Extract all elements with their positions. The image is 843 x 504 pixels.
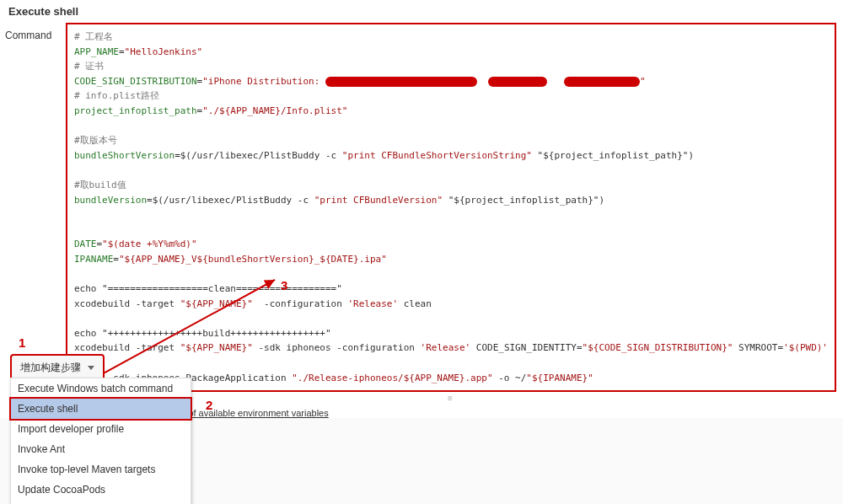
callout-1: 1	[19, 335, 25, 350]
callout-2: 2	[206, 398, 212, 412]
callout-3: 3	[281, 278, 287, 292]
build-step-dropdown[interactable]: Execute Windows batch commandExecute she…	[10, 378, 191, 504]
dropdown-item[interactable]: Invoke Ant	[11, 439, 191, 459]
section-title: Execute shell	[0, 0, 843, 23]
dropdown-item[interactable]: Import developer profile	[11, 419, 191, 439]
dropdown-item[interactable]: Update CocoaPods	[11, 480, 191, 500]
add-build-step-label: 增加构建步骤	[20, 361, 81, 375]
dropdown-item[interactable]: Execute Windows batch command	[11, 378, 191, 399]
resize-grip-icon[interactable]: ≡	[434, 394, 468, 403]
dropdown-item[interactable]: Invoke top-level Maven targets	[11, 459, 191, 480]
dropdown-item[interactable]: Execute shell	[9, 397, 192, 421]
command-label: Command	[0, 23, 66, 41]
chevron-down-icon	[88, 366, 94, 370]
env-link-line: See the list of available environment va…	[140, 408, 836, 418]
dropdown-item[interactable]: Xcode	[11, 500, 191, 504]
command-textarea[interactable]: # 工程名 APP_NAME="HelloJenkins" # 证书 CODE_…	[66, 23, 836, 392]
